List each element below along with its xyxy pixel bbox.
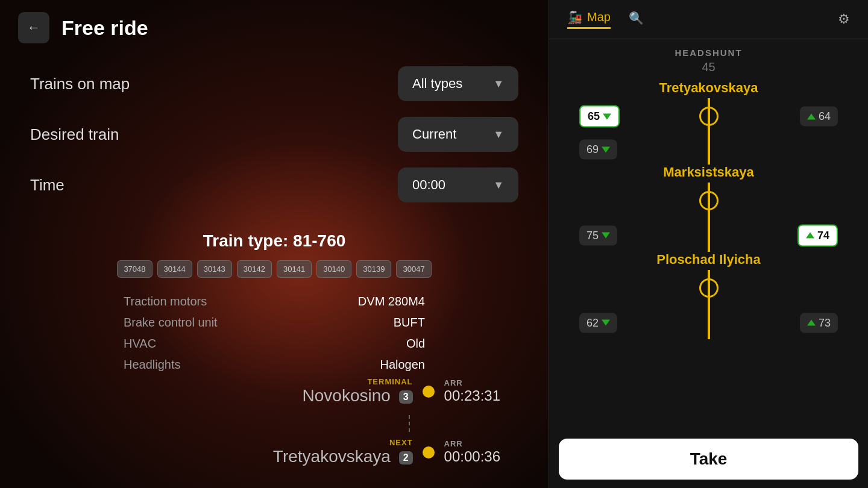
header: ← Free ride [0,0,549,55]
car-numbers-list: 37048 30144 30143 30142 30141 30140 3013… [0,260,549,278]
arrow-down-icon [603,113,611,119]
car-badge: 30140 [316,260,351,278]
chevron-down-icon: ▼ [493,128,504,141]
trains-on-map-label: Trains on map [30,75,130,93]
spec-value: DVM 280M4 [358,295,425,308]
terminal-station-name: Novokosino 3 [303,386,413,405]
back-button[interactable]: ← [18,12,49,43]
desired-train-dropdown[interactable]: Current ▼ [398,117,518,152]
settings-button[interactable]: ⚙ [838,11,850,27]
arrow-up-icon [807,113,816,119]
arrow-down-icon [602,233,610,239]
page-title: Free ride [61,16,148,40]
car-badge: 30144 [157,260,192,278]
trains-on-map-dropdown[interactable]: All types ▼ [398,66,518,101]
car-badge: 30141 [277,260,312,278]
arrow-down-icon [602,320,610,326]
next-meta: NEXT Tretyakovskaya 2 [273,438,413,466]
car-badge: 30139 [356,260,391,278]
controls-section: Trains on map All types ▼ Desired train … [0,55,549,219]
time-label: Time [30,176,64,195]
route-section: TERMINAL Novokosino 3 ARR 00:23:31 NEXT … [0,377,549,476]
track-75-num: 75 [587,229,599,242]
arrow-up-icon [807,320,816,326]
track-64-badge: 64 [800,107,838,127]
connector-tretyakovskaya-marksistskaya: 69 [561,134,856,164]
terminal-route-item: TERMINAL Novokosino 3 ARR 00:23:31 [48,377,500,405]
take-button[interactable]: Take [559,439,858,480]
station-circle [699,278,719,298]
track-69-num: 69 [587,143,599,156]
car-badge: 37048 [117,260,152,278]
station-ploschad-ilyicha: Ploschad Ilyicha [561,252,856,306]
time-dropdown[interactable]: 00:00 ▼ [398,167,518,202]
arrow-up-icon [806,233,814,239]
track-74-num: 74 [817,229,829,242]
connector-marksistskaya-ploschad: 75 74 [561,219,856,252]
top-nav: 🚂 Map 🔍 ⚙ [549,0,868,39]
terminal-type-label: TERMINAL [303,377,413,386]
arr-time: 00:23:31 [444,387,500,404]
station-circle [699,191,719,210]
headshunt-num: 45 [561,60,856,74]
spec-row: HVAC Old [124,337,425,351]
specs-table: Traction motors DVM 280M4 Brake control … [0,295,549,372]
take-button-container: Take [549,430,868,488]
track-64-num: 64 [819,110,831,123]
track-74-badge: 74 [797,224,838,246]
next-badge: 2 [399,451,413,465]
station-circle [699,107,719,126]
station-name: Ploschad Ilyicha [561,252,856,267]
track-73-num: 73 [819,316,831,329]
car-badge: 30047 [396,260,431,278]
spec-key: HVAC [124,337,156,351]
desired-train-value: Current [412,127,456,142]
spec-value: Halogen [380,358,425,372]
headshunt-label: HEADSHUNT [561,39,856,60]
next-route-item: NEXT Tretyakovskaya 2 ARR 00:00:36 [48,438,500,466]
car-badge: 30142 [237,260,272,278]
next-station-name: Tretyakovskaya 2 [273,447,413,466]
train-info-section: Train type: 81-760 37048 30144 30143 301… [0,231,549,372]
tab-map-label: Map [587,10,611,24]
spec-key: Traction motors [124,295,207,308]
tab-map[interactable]: 🚂 Map [567,10,611,29]
train-icon: 🚂 [567,10,582,25]
station-name: Tretyakovskaya [561,80,856,96]
trains-on-map-value: All types [412,76,462,92]
desired-train-label: Desired train [30,125,119,144]
right-panel: 🚂 Map 🔍 ⚙ HEADSHUNT 45 Tretyakovskaya 6 [549,0,868,488]
next-arr: ARR 00:00:36 [444,439,500,465]
left-panel: ← Free ride Trains on map All types ▼ De… [0,0,549,488]
terminal-dot [423,386,435,398]
next-type-label: NEXT [273,438,413,447]
time-row: Time 00:00 ▼ [30,163,518,207]
spec-row: Brake control unit BUFT [124,316,425,330]
station-name: Marksistskaya [561,164,856,180]
terminal-meta: TERMINAL Novokosino 3 [303,377,413,405]
search-icon: 🔍 [629,11,644,25]
chevron-down-icon: ▼ [493,179,504,192]
connector-after-ploschad: 62 73 [561,306,856,339]
station-marksistskaya: Marksistskaya [561,164,856,219]
spec-value: Old [406,337,425,351]
spec-row: Headlights Halogen [124,358,425,372]
spec-key: Headlights [124,358,181,372]
arr-label: ARR [444,439,463,448]
track-62-num: 62 [587,316,599,329]
track-75-badge: 75 [579,225,617,245]
terminal-arr: ARR 00:23:31 [444,378,500,404]
spec-value: BUFT [394,316,425,330]
map-content: HEADSHUNT 45 Tretyakovskaya 65 [549,39,868,430]
track-69-badge: 69 [579,140,617,160]
tab-search[interactable]: 🔍 [629,11,644,28]
arrow-down-icon [602,146,610,152]
trains-on-map-row: Trains on map All types ▼ [30,61,518,106]
station-tretyakovskaya: Tretyakovskaya 65 64 [561,80,856,134]
track-65-num: 65 [588,110,600,123]
spec-key: Brake control unit [124,316,218,330]
train-type-label: Train type: 81-760 [0,231,549,251]
track-62-badge: 62 [579,313,617,333]
car-badge: 30143 [197,260,232,278]
back-icon: ← [27,20,40,36]
